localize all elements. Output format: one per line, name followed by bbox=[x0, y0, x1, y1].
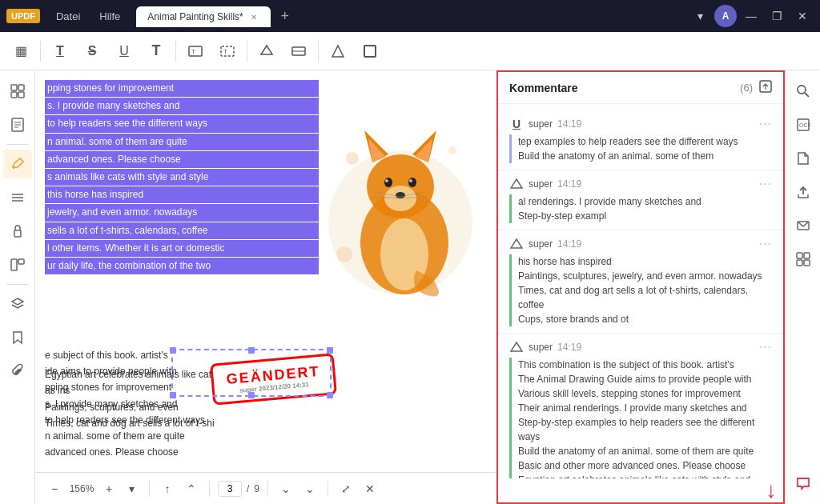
bottom-sep3 bbox=[267, 481, 268, 497]
comment-4-line-7: Basic and other more advanced ones. Plea… bbox=[518, 458, 772, 473]
svg-rect-59 bbox=[797, 260, 802, 266]
zoom-out-btn[interactable]: − bbox=[45, 479, 64, 498]
sep1 bbox=[40, 40, 41, 62]
dropdown-btn[interactable]: ▾ bbox=[689, 5, 711, 27]
comment-sidebar-btn[interactable] bbox=[789, 469, 818, 498]
active-tab[interactable]: Animal Painting Skills* ✕ bbox=[136, 6, 270, 27]
svg-rect-22 bbox=[11, 259, 17, 270]
thumbnail-sidebar-icon[interactable] bbox=[3, 77, 32, 106]
svg-marker-25 bbox=[14, 332, 22, 343]
zoom-level: 156% bbox=[67, 483, 96, 494]
comments-export-btn[interactable] bbox=[759, 80, 772, 95]
text-underline-btn[interactable]: T bbox=[46, 37, 74, 66]
organize-sidebar-icon[interactable] bbox=[3, 250, 32, 279]
pages-sidebar-icon[interactable] bbox=[3, 110, 32, 139]
comment-1-body: tep examples to help readers see the dif… bbox=[509, 134, 772, 163]
comment-2-menu[interactable]: ··· bbox=[759, 177, 772, 191]
svg-point-44 bbox=[346, 152, 359, 165]
fill-btn[interactable] bbox=[324, 37, 352, 66]
zoom-dropdown-btn[interactable]: ▾ bbox=[122, 479, 141, 498]
close-btn[interactable]: ✕ bbox=[791, 5, 814, 27]
highlight-btn[interactable] bbox=[252, 37, 281, 66]
new-tab-button[interactable]: + bbox=[275, 6, 295, 26]
comment-item-4: super 14:19 ··· This combination is the … bbox=[498, 334, 783, 478]
strikethrough-btn[interactable]: S bbox=[78, 37, 107, 66]
mail-sidebar-btn[interactable] bbox=[789, 211, 818, 240]
svg-text:OCR: OCR bbox=[799, 122, 810, 128]
comment-1-menu[interactable]: ··· bbox=[759, 117, 772, 131]
zoom-in-btn[interactable]: + bbox=[99, 479, 119, 498]
form-sidebar-icon[interactable] bbox=[3, 183, 32, 212]
last-page-btn[interactable]: ⌄ bbox=[300, 479, 320, 498]
comment-1-line-1: tep examples to help readers see the dif… bbox=[518, 134, 772, 149]
comment-1-author: super bbox=[529, 118, 553, 130]
bookmark-sidebar-icon[interactable] bbox=[3, 323, 32, 352]
svg-rect-10 bbox=[18, 85, 24, 90]
comment-1-avatar: U bbox=[509, 118, 524, 130]
comment-1-line-2: Build the anatomy of an animal. some of … bbox=[518, 149, 772, 163]
pages-btn[interactable]: ▦ bbox=[6, 37, 35, 66]
comment-4-line-4: Their animal renderings. I provide many … bbox=[518, 401, 772, 415]
scroll-down-arrow[interactable]: ↓ bbox=[766, 478, 777, 503]
tab-close-button[interactable]: ✕ bbox=[248, 12, 259, 22]
comments-list: U super 14:19 ··· tep examples to help r… bbox=[498, 104, 783, 478]
svg-marker-50 bbox=[511, 239, 522, 248]
svg-point-36 bbox=[384, 178, 392, 187]
highlighted-line-1: pping stones for improvement bbox=[45, 80, 319, 97]
menu-datei[interactable]: Datei bbox=[46, 7, 90, 26]
comment-3-line-2: Paintings, sculptures, jewelry, and even… bbox=[518, 269, 772, 283]
bottom-sep4 bbox=[328, 481, 328, 497]
attach-sidebar-icon[interactable] bbox=[3, 357, 32, 386]
fox-image bbox=[320, 94, 480, 302]
svg-rect-21 bbox=[14, 230, 21, 237]
underline-btn[interactable]: U bbox=[110, 37, 139, 66]
highlighted-line-4: n animal. some of them are quite bbox=[45, 134, 319, 150]
close-btn[interactable]: ✕ bbox=[360, 479, 380, 498]
protect-sidebar-icon[interactable] bbox=[3, 217, 32, 246]
svg-point-38 bbox=[385, 179, 388, 182]
comments-header: Kommentare (6) bbox=[498, 72, 783, 104]
search-sidebar-btn[interactable] bbox=[789, 77, 818, 106]
page-number-input[interactable] bbox=[218, 481, 242, 497]
fit-page-btn[interactable]: ↑ bbox=[158, 479, 177, 498]
layers-sidebar-icon[interactable] bbox=[3, 290, 32, 318]
comment-3-line-1: his horse has inspired bbox=[518, 254, 772, 269]
minimize-btn[interactable]: — bbox=[740, 5, 762, 27]
file-sidebar-btn[interactable] bbox=[789, 144, 818, 173]
plugin-sidebar-btn[interactable] bbox=[789, 245, 818, 274]
comment-4-line-2: The Animal Drawing Guide aims to provide… bbox=[518, 372, 772, 386]
svg-point-35 bbox=[396, 192, 405, 198]
svg-rect-8 bbox=[364, 46, 376, 57]
bottom-line-1: Egyptian art celebrates animals like cat bbox=[45, 367, 487, 382]
comment-4-line-1: This combination is the subject of this … bbox=[518, 358, 772, 372]
ocr-sidebar-btn[interactable]: OCR bbox=[789, 110, 818, 139]
annotate-sidebar-icon[interactable] bbox=[3, 150, 32, 178]
comment-2-author: super bbox=[529, 178, 553, 190]
textbox-btn[interactable]: T bbox=[181, 37, 210, 66]
menu-hilfe[interactable]: Hilfe bbox=[90, 7, 130, 26]
highlighted-line-10: l other items. Whether it is art or dome… bbox=[45, 240, 319, 257]
fit-width-btn[interactable]: ⤢ bbox=[336, 479, 356, 498]
comment-4-line-5: Step-by-step examples to help readers se… bbox=[518, 415, 772, 444]
bottom-sep1 bbox=[149, 481, 150, 497]
main-toolbar: ▦ T S U T T T bbox=[0, 32, 820, 70]
sidebar-divider1 bbox=[6, 144, 29, 145]
bottom-line-2: as ins bbox=[45, 383, 487, 398]
strikeout-btn[interactable] bbox=[284, 37, 313, 66]
textbox2-btn[interactable]: T bbox=[213, 37, 242, 66]
comment-3-line-3: Times, cat and dog art sells a lot of t-… bbox=[518, 283, 772, 312]
font-btn[interactable]: T bbox=[142, 37, 171, 66]
border-btn[interactable] bbox=[356, 37, 384, 66]
comment-4-author: super bbox=[529, 342, 553, 353]
user-avatar[interactable]: A bbox=[714, 5, 737, 27]
highlighted-line-8: jewelry, and even armor. nowadays bbox=[45, 204, 319, 221]
next-page-btn[interactable]: ⌄ bbox=[276, 479, 295, 498]
prev-page-btn[interactable]: ⌃ bbox=[182, 479, 201, 498]
window-controls: ▾ A — ❐ ✕ bbox=[689, 5, 814, 27]
document-page: pping stones for improvement s. I provid… bbox=[35, 70, 496, 472]
maximize-btn[interactable]: ❐ bbox=[766, 5, 788, 27]
share-sidebar-btn[interactable] bbox=[789, 178, 818, 206]
comment-4-menu[interactable]: ··· bbox=[759, 340, 772, 354]
comment-3-menu[interactable]: ··· bbox=[759, 237, 772, 251]
svg-point-46 bbox=[336, 246, 352, 262]
